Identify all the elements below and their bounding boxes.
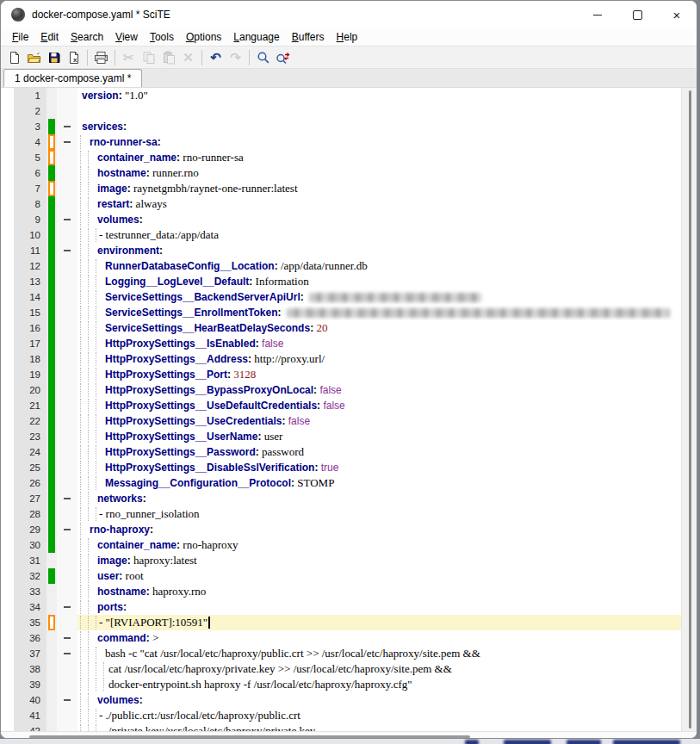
fold-margin[interactable] [57, 692, 77, 708]
line-number[interactable]: 16 [14, 320, 46, 336]
code-line-8[interactable]: 8restart: always [1, 196, 681, 212]
line-number[interactable]: 22 [14, 413, 46, 429]
fold-margin[interactable] [57, 646, 77, 661]
code-text[interactable]: cat /usr/local/etc/haproxy/private.key >… [77, 661, 681, 677]
line-number[interactable]: 28 [14, 506, 46, 522]
fold-margin[interactable] [57, 491, 77, 506]
code-line-9[interactable]: 9volumes: [1, 212, 681, 227]
code-text[interactable]: - testrunner_data:/app/data [77, 227, 681, 243]
code-text[interactable]: image: raynetgmbh/raynet-one-runner:late… [77, 181, 681, 196]
code-text[interactable]: image: haproxy:latest [77, 553, 681, 568]
menu-tools[interactable]: Tools [144, 29, 180, 45]
editor-pane[interactable]: 1version: "1.0"23services:4rno-runner-sa… [1, 88, 697, 731]
code-line-25[interactable]: 25HttpProxySettings__DisableSslVerificat… [1, 460, 681, 475]
line-number[interactable]: 18 [14, 351, 46, 367]
code-text[interactable]: bash -c "cat /usr/local/etc/haproxy/publ… [77, 646, 681, 661]
code-line-38[interactable]: 38cat /usr/local/etc/haproxy/private.key… [1, 661, 681, 677]
line-number[interactable]: 9 [14, 212, 46, 227]
fold-margin[interactable] [57, 119, 77, 134]
code-text[interactable]: - ./private.key:/usr/local/etc/haproxy/p… [77, 723, 681, 731]
code-line-7[interactable]: 7image: raynetgmbh/raynet-one-runner:lat… [1, 181, 681, 196]
code-text[interactable]: - rno_runner_isolation [77, 506, 681, 522]
code-text[interactable]: restart: always [77, 196, 681, 212]
line-number[interactable]: 33 [14, 584, 46, 599]
save-file-button[interactable] [44, 48, 64, 67]
line-number[interactable]: 11 [14, 243, 46, 258]
line-number[interactable]: 10 [14, 227, 46, 243]
code-line-15[interactable]: 15ServiceSettings__EnrollmentToken: [1, 305, 681, 320]
code-line-24[interactable]: 24HttpProxySettings__Password: password [1, 444, 681, 460]
menu-edit[interactable]: Edit [34, 29, 65, 45]
menu-options[interactable]: Options [180, 29, 227, 45]
code-line-28[interactable]: 28- rno_runner_isolation [1, 506, 681, 522]
code-text[interactable]: HttpProxySettings__BypassProxyOnLocal: f… [77, 382, 681, 398]
line-number[interactable]: 31 [14, 553, 46, 568]
menu-file[interactable]: File [6, 29, 34, 45]
open-file-button[interactable] [24, 48, 44, 67]
line-number[interactable]: 5 [14, 150, 46, 165]
code-text[interactable]: container_name: rno-runner-sa [77, 150, 681, 165]
horizontal-scrollbar[interactable] [1, 731, 697, 739]
line-number[interactable]: 19 [14, 367, 46, 382]
minimize-button[interactable] [578, 1, 617, 28]
code-text[interactable]: HttpProxySettings__DisableSslVerificatio… [77, 460, 681, 475]
line-number[interactable]: 30 [14, 537, 46, 553]
code-line-4[interactable]: 4rno-runner-sa: [1, 134, 681, 150]
code-text[interactable]: - ./public.crt:/usr/local/etc/haproxy/pu… [77, 708, 681, 723]
code-line-30[interactable]: 30container_name: rno-haproxy [1, 537, 681, 553]
code-line-14[interactable]: 14ServiceSettings__BackendServerApiUrl: [1, 289, 681, 305]
fold-collapse-icon[interactable] [64, 653, 71, 654]
code-text[interactable]: version: "1.0" [77, 88, 681, 103]
fold-margin[interactable] [57, 522, 77, 537]
code-line-21[interactable]: 21HttpProxySettings__UseDefaultCredentia… [1, 398, 681, 413]
fold-collapse-icon[interactable] [64, 126, 71, 127]
code-line-26[interactable]: 26Messaging__Configuration__Protocol: ST… [1, 475, 681, 491]
code-line-33[interactable]: 33hostname: haproxy.rno [1, 584, 681, 599]
code-text[interactable]: services: [77, 119, 681, 134]
print-button[interactable] [91, 48, 111, 67]
line-number[interactable]: 2 [14, 103, 46, 119]
code-line-10[interactable]: 10- testrunner_data:/app/data [1, 227, 681, 243]
code-text[interactable]: user: root [77, 568, 681, 584]
code-text[interactable]: - "[RVIAPORT]:10591" [77, 615, 681, 630]
fold-margin[interactable] [57, 212, 77, 227]
code-line-31[interactable]: 31image: haproxy:latest [1, 553, 681, 568]
line-number[interactable]: 38 [14, 661, 46, 677]
code-line-41[interactable]: 41- ./public.crt:/usr/local/etc/haproxy/… [1, 708, 681, 723]
tab-1-docker-compose-yaml-[interactable]: 1 docker-compose.yaml * [3, 69, 142, 87]
line-number[interactable]: 37 [14, 646, 46, 661]
code-text[interactable]: HttpProxySettings__Password: password [77, 444, 681, 460]
vertical-scrollbar[interactable] [681, 88, 697, 731]
vertical-scrollbar-thumb[interactable] [689, 90, 691, 728]
close-file-button[interactable]: x [64, 48, 84, 67]
code-text[interactable]: HttpProxySettings__UseDefaultCredentials… [77, 398, 681, 413]
code-text[interactable]: Messaging__Configuration__Protocol: STOM… [77, 475, 681, 491]
fold-collapse-icon[interactable] [64, 637, 71, 639]
line-number[interactable]: 8 [14, 196, 46, 212]
line-number[interactable]: 13 [14, 274, 46, 289]
code-line-32[interactable]: 32user: root [1, 568, 681, 584]
menu-search[interactable]: Search [65, 29, 109, 45]
code-line-20[interactable]: 20HttpProxySettings__BypassProxyOnLocal:… [1, 382, 681, 398]
code-line-37[interactable]: 37bash -c "cat /usr/local/etc/haproxy/pu… [1, 646, 681, 661]
line-number[interactable]: 17 [14, 336, 46, 351]
code-text[interactable]: volumes: [77, 692, 681, 708]
line-number[interactable]: 15 [14, 305, 46, 320]
code-line-42[interactable]: 42- ./private.key:/usr/local/etc/haproxy… [1, 723, 681, 731]
fold-margin[interactable] [57, 599, 77, 615]
code-line-13[interactable]: 13Logging__LogLevel__Default: Informatio… [1, 274, 681, 289]
code-line-12[interactable]: 12RunnerDatabaseConfig__Location: /app/d… [1, 258, 681, 274]
line-number[interactable]: 23 [14, 429, 46, 444]
line-number[interactable]: 34 [14, 599, 46, 615]
code-line-29[interactable]: 29rno-haproxy: [1, 522, 681, 537]
code-line-16[interactable]: 16ServiceSettings__HearBeatDelaySeconds:… [1, 320, 681, 336]
code-text[interactable]: rno-runner-sa: [77, 134, 681, 150]
line-number[interactable]: 42 [14, 723, 46, 731]
code-line-17[interactable]: 17HttpProxySettings__IsEnabled: false [1, 336, 681, 351]
line-number[interactable]: 40 [14, 692, 46, 708]
code-line-5[interactable]: 5container_name: rno-runner-sa [1, 150, 681, 165]
code-text[interactable]: HttpProxySettings__Port: 3128 [77, 367, 681, 382]
fold-margin[interactable] [57, 134, 77, 150]
fold-collapse-icon[interactable] [64, 498, 71, 499]
code-text[interactable]: rno-haproxy: [77, 522, 681, 537]
